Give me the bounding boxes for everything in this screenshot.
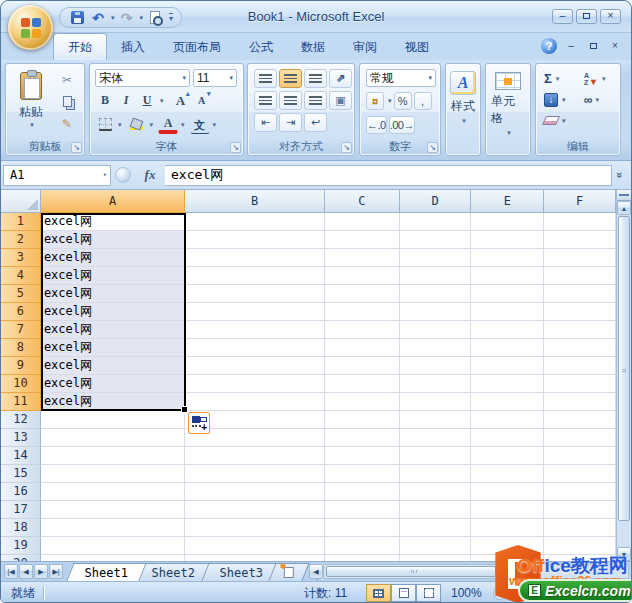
cell-B3[interactable] [185,249,325,267]
ribbon-tab-formulas[interactable]: 公式 [235,34,287,60]
cell-C13[interactable] [325,429,400,447]
cell-E6[interactable] [471,303,544,321]
workbook-minimize-button[interactable]: – [563,40,579,53]
copy-button[interactable] [54,92,80,111]
save-button[interactable] [68,9,86,26]
cell-D8[interactable] [400,339,472,357]
ribbon-tab-data[interactable]: 数据 [287,34,339,60]
cell-A5[interactable]: excel网 [41,285,186,303]
column-header-B[interactable]: B [185,190,325,213]
cell-E5[interactable] [471,285,544,303]
font-color-dropdown-icon[interactable]: ▾ [181,121,185,129]
cell-F7[interactable] [544,321,616,339]
cell-B6[interactable] [185,303,325,321]
cell-C1[interactable] [325,213,400,231]
row-header-19[interactable]: 19 [1,537,41,555]
cell-E2[interactable] [471,231,544,249]
row-header-14[interactable]: 14 [1,447,41,465]
cell-C8[interactable] [325,339,400,357]
cell-D11[interactable] [400,393,472,411]
cell-A6[interactable]: excel网 [41,303,186,321]
cell-C14[interactable] [325,447,400,465]
borders-button[interactable] [95,115,115,134]
name-box[interactable]: A1 ▾ [3,165,111,186]
currency-format-button[interactable]: ¤ [366,92,384,110]
cell-D14[interactable] [400,447,472,465]
font-size-combo[interactable]: 11▾ [193,69,237,87]
cell-F6[interactable] [544,303,616,321]
ribbon-tab-insert[interactable]: 插入 [107,34,159,60]
normal-view-button[interactable] [366,584,391,602]
number-format-combo[interactable]: 常规▾ [366,69,436,87]
currency-dropdown-icon[interactable]: ▾ [388,97,392,105]
cell-D17[interactable] [400,501,472,519]
cell-D7[interactable] [400,321,472,339]
cell-C17[interactable] [325,501,400,519]
shrink-font-button[interactable]: A [192,91,212,110]
cell-A9[interactable]: excel网 [41,357,186,375]
cell-C2[interactable] [325,231,400,249]
bold-button[interactable]: B [95,91,115,110]
row-header-16[interactable]: 16 [1,483,41,501]
prev-sheet-button[interactable]: ◀ [19,564,33,579]
alignment-dialog-launcher[interactable]: ↘ [341,142,352,153]
cell-C7[interactable] [325,321,400,339]
cell-F3[interactable] [544,249,616,267]
comma-format-button[interactable]: , [414,92,432,110]
row-header-12[interactable]: 12 [1,411,41,429]
cell-A14[interactable] [41,447,186,465]
align-top-button[interactable] [254,69,277,88]
align-center-button[interactable] [279,91,302,110]
cell-A17[interactable] [41,501,186,519]
cell-C12[interactable] [325,411,400,429]
cell-B7[interactable] [185,321,325,339]
cell-A19[interactable] [41,537,186,555]
cell-E9[interactable] [471,357,544,375]
name-box-dropdown-icon[interactable]: ▾ [103,171,107,179]
cell-B14[interactable] [185,447,325,465]
last-sheet-button[interactable]: ▶| [49,564,63,579]
underline-button[interactable]: U [137,91,157,110]
minimize-button[interactable]: – [552,9,573,24]
formula-input[interactable]: excel网 [165,165,612,186]
column-header-E[interactable]: E [471,190,544,213]
row-header-4[interactable]: 4 [1,267,41,285]
horizontal-scroll-track[interactable] [323,564,629,579]
cell-A7[interactable]: excel网 [41,321,186,339]
first-sheet-button[interactable]: |◀ [4,564,18,579]
cell-A15[interactable] [41,465,186,483]
cell-D19[interactable] [400,537,472,555]
cell-A12[interactable] [41,411,186,429]
cell-E11[interactable] [471,393,544,411]
cell-C3[interactable] [325,249,400,267]
decrease-indent-button[interactable] [254,113,277,132]
phonetic-dropdown-icon[interactable]: ▾ [213,121,217,129]
phonetic-guide-button[interactable]: 文 [190,115,210,134]
cell-D15[interactable] [400,465,472,483]
cell-F10[interactable] [544,375,616,393]
font-name-combo[interactable]: 宋体▾ [95,69,190,87]
cell-D18[interactable] [400,519,472,537]
cell-C6[interactable] [325,303,400,321]
cell-B16[interactable] [185,483,325,501]
cell-A16[interactable] [41,483,186,501]
cell-B15[interactable] [185,465,325,483]
decrease-decimal-button[interactable]: .00→ [389,116,415,134]
vertical-scrollbar[interactable]: ▲ ▼ [616,190,631,561]
cell-D13[interactable] [400,429,472,447]
cell-D2[interactable] [400,231,472,249]
cell-E16[interactable] [471,483,544,501]
cell-F11[interactable] [544,393,616,411]
scroll-up-button[interactable]: ▲ [617,201,631,215]
cell-B19[interactable] [185,537,325,555]
cell-A4[interactable]: excel网 [41,267,186,285]
orientation-button[interactable] [329,69,352,88]
insert-worksheet-button[interactable] [268,563,309,581]
cell-A13[interactable] [41,429,186,447]
cell-E12[interactable] [471,411,544,429]
align-right-button[interactable] [304,91,327,110]
fill-color-button[interactable] [127,115,147,134]
cell-A10[interactable]: excel网 [41,375,186,393]
cell-F1[interactable] [544,213,616,231]
align-middle-button[interactable] [279,69,302,88]
